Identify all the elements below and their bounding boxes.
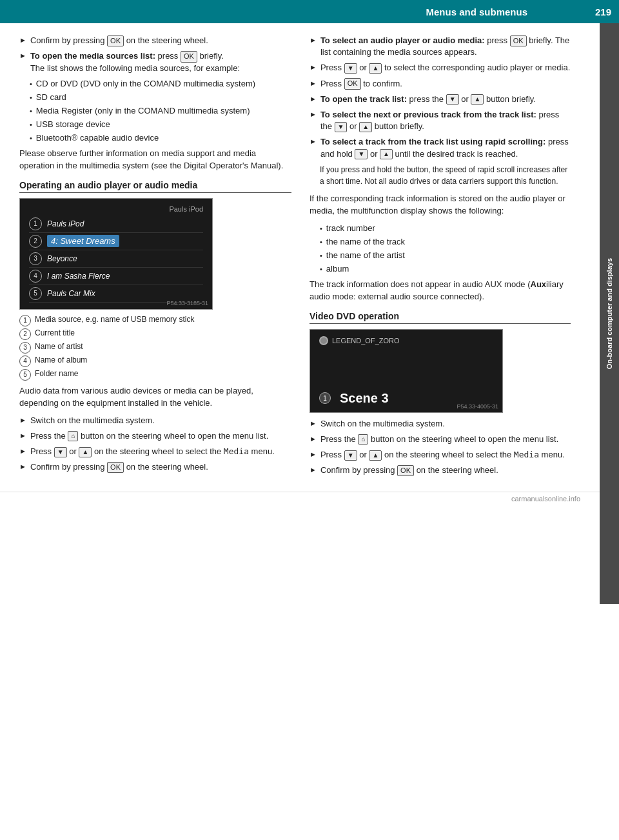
rapid-scroll-note: If you press and hold the button, the sp… — [320, 164, 571, 187]
r-bullet4-text: press the — [407, 94, 446, 104]
section-heading-1: Operating an audio player or audio media — [19, 180, 291, 193]
media-name-1: Pauls iPod — [47, 219, 84, 228]
bullet5-or: or — [67, 446, 79, 456]
nav-down-r6: ▼ — [355, 149, 368, 159]
stored-text-4: album — [326, 263, 349, 275]
footer: carmanualsonline.info — [0, 492, 619, 505]
media-num-1: 1 — [29, 217, 42, 230]
vbullet-switch-on: ► Switch on the multimedia system. — [310, 418, 571, 430]
media-header-row: Pauls iPod — [29, 205, 203, 213]
stored-dot-3: • — [320, 251, 322, 261]
bullet-arrow-r5: ► — [310, 110, 317, 119]
bullet-arrow-r2: ► — [310, 63, 317, 72]
bullet-arrow-1: ► — [19, 35, 26, 45]
caption-num-2: 2 — [19, 328, 31, 340]
nav-up-r2: ▲ — [369, 63, 382, 74]
para-stored: If the corresponding track information i… — [310, 192, 571, 217]
bullet1-after: on the steering wheel. — [124, 35, 208, 45]
right-column: ► To select an audio player or audio med… — [310, 35, 593, 480]
ok-button-inline-1: OK — [107, 35, 124, 46]
bullet-text-4: Press the ⌂ button on the steering wheel… — [30, 430, 291, 442]
media-name-4: I am Sasha Fierce — [47, 272, 110, 281]
vbullet-confirm-ok: ► Confirm by pressing OK on the steering… — [310, 465, 571, 476]
media-num-2: 2 — [29, 235, 42, 248]
page-number: 219 — [579, 6, 611, 17]
media-num-3: 3 — [29, 252, 42, 265]
caption-3: 3 Name of artist — [19, 342, 291, 354]
sub-bullet-2: • SD card — [30, 92, 291, 103]
vbullet-arrow-1: ► — [310, 419, 317, 428]
nav-up-r6: ▲ — [380, 149, 393, 159]
bullet-arrow-r1: ► — [310, 35, 317, 45]
r-bullet1-bold: To select an audio player or audio media… — [320, 35, 485, 45]
vbullet2-after: button on the steering wheel to open the… — [368, 434, 558, 444]
caption-2: 2 Current title — [19, 328, 291, 340]
media-stamp: P54.33-3185-31 — [166, 300, 208, 306]
bullet-press-ok-confirm: ► Press OK to confirm. — [310, 78, 571, 90]
r-bullet2-after: to select the corresponding audio player… — [382, 63, 570, 72]
bullet-text-6: Confirm by pressing OK on the steering w… — [30, 461, 291, 473]
sub-bullet-5: • Bluetooth® capable audio device — [30, 132, 291, 144]
sub-text-5: Bluetooth® capable audio device — [36, 132, 159, 144]
header-bar: Menus and submenus 219 — [0, 0, 619, 23]
bullet5-after: on the steering wheel to select the — [92, 446, 224, 456]
home-button-inline: ⌂ — [68, 431, 78, 441]
stored-text-1: track number — [326, 223, 375, 234]
section-heading-2: Video DVD operation — [310, 311, 571, 324]
nav-up-r5: ▲ — [359, 122, 372, 132]
nav-up-r4: ▲ — [471, 94, 484, 105]
sub-text-3: Media Register (only in the COMAND multi… — [36, 105, 250, 117]
bullet-confirm-ok-2: ► Confirm by pressing OK on the steering… — [19, 461, 291, 473]
ok-button-r3: OK — [344, 78, 361, 89]
bullet2-text2: briefly. — [197, 51, 224, 61]
vbullet-arrow-4: ► — [310, 465, 317, 475]
media-row-1: 1 Pauls iPod — [29, 215, 203, 233]
sub-bullet-3: • Media Register (only in the COMAND mul… — [30, 105, 291, 117]
r-bullet4-end: button briefly. — [484, 94, 536, 104]
media-row-3: 3 Beyonce — [29, 250, 203, 268]
vbullet3-or: or — [357, 450, 369, 459]
caption-1: 1 Media source, e.g. name of USB memory … — [19, 315, 291, 326]
bullet-open-track-list: ► To open the track list: press the ▼ or… — [310, 94, 571, 105]
r-bullet4-or: or — [459, 94, 471, 104]
caption-num-4: 4 — [19, 355, 31, 367]
r-bullet3-after: to confirm. — [361, 79, 402, 88]
bullet-text-5: Press ▼ or ▲ on the steering wheel to se… — [30, 446, 291, 457]
caption-num-5: 5 — [19, 369, 31, 381]
bullet-text-r2: Press ▼ or ▲ to select the corresponding… — [320, 62, 571, 74]
bullet-arrow-5: ► — [19, 446, 26, 456]
bullet-select-media-menu: ► Press ▼ or ▲ on the steering wheel to … — [19, 446, 291, 457]
bullet-text-2: To open the media sources list: press OK… — [30, 50, 291, 74]
nav-down-btn-5: ▼ — [54, 447, 67, 457]
bullet1-before: Confirm by pressing — [30, 35, 107, 45]
para-1: Please observe further information on me… — [19, 147, 291, 172]
disc-icon — [319, 336, 328, 345]
r-bullet6-or: or — [368, 149, 380, 159]
bullet-text-r3: Press OK to confirm. — [320, 78, 571, 90]
bullet4-after: button on the steering wheel to open the… — [78, 431, 268, 441]
caption-text-4: Name of album — [35, 355, 87, 365]
sub-dot-4: • — [30, 120, 32, 130]
stored-item-2: • the name of the track — [320, 236, 571, 248]
r-bullet5-or: or — [347, 121, 359, 131]
sub-dot-1: • — [30, 79, 32, 89]
media-menu-v3: Media — [514, 450, 539, 459]
bullet-text-r6: To select a track from the track list us… — [320, 136, 571, 159]
sub-dot-5: • — [30, 134, 32, 143]
sub-text-1: CD or DVD (DVD only in the COMAND multim… — [36, 78, 255, 90]
media-menu-label: Media — [224, 446, 249, 456]
bullet2-text: press — [155, 51, 181, 61]
main-content: ► Confirm by pressing OK on the steering… — [0, 23, 619, 492]
media-name-3: Beyonce — [47, 254, 77, 263]
media-image: Pauls iPod 1 Pauls iPod 2 4: Sweet Dream… — [19, 198, 213, 310]
r-bullet5-end: button briefly. — [372, 121, 424, 131]
r-bullet6-end: until the desired track is reached. — [393, 149, 518, 159]
media-row-2: 2 4: Sweet Dreams — [29, 233, 203, 250]
nav-down-r4: ▼ — [446, 94, 459, 105]
nav-down-r2: ▼ — [344, 63, 357, 74]
sub-text-4: USB storage device — [36, 119, 110, 130]
stored-dot-4: • — [320, 265, 322, 274]
vbullet3-after: on the steering wheel to select the — [382, 450, 514, 459]
sub-bullet-list: • CD or DVD (DVD only in the COMAND mult… — [30, 78, 291, 145]
stored-item-4: • album — [320, 263, 571, 275]
